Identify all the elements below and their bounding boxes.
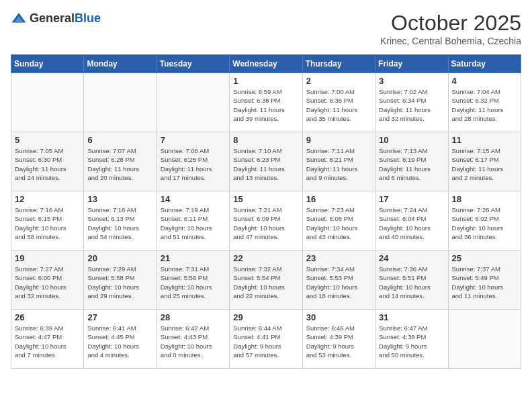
- title-section: October 2025 Krinec, Central Bohemia, Cz…: [380, 11, 521, 46]
- logo: GeneralBlue: [11, 11, 101, 27]
- week-row-3: 12Sunrise: 7:16 AM Sunset: 6:15 PM Dayli…: [11, 191, 521, 250]
- day-info: Sunrise: 7:00 AM Sunset: 6:36 PM Dayligh…: [306, 87, 371, 123]
- day-info: Sunrise: 7:11 AM Sunset: 6:21 PM Dayligh…: [306, 146, 371, 182]
- calendar-cell: 14Sunrise: 7:19 AM Sunset: 6:11 PM Dayli…: [157, 191, 229, 250]
- calendar-cell: 20Sunrise: 7:29 AM Sunset: 5:58 PM Dayli…: [84, 250, 157, 310]
- weekday-header-tuesday: Tuesday: [157, 55, 229, 73]
- day-info: Sunrise: 7:07 AM Sunset: 6:28 PM Dayligh…: [87, 146, 152, 182]
- weekday-header-saturday: Saturday: [448, 55, 521, 73]
- day-info: Sunrise: 7:31 AM Sunset: 5:56 PM Dayligh…: [161, 265, 226, 300]
- day-number: 15: [233, 194, 298, 204]
- calendar-cell: 1Sunrise: 6:59 AM Sunset: 6:38 PM Daylig…: [230, 73, 302, 132]
- calendar-cell: 9Sunrise: 7:11 AM Sunset: 6:21 PM Daylig…: [302, 132, 375, 191]
- calendar-cell: 27Sunrise: 6:41 AM Sunset: 4:45 PM Dayli…: [84, 310, 157, 369]
- day-info: Sunrise: 7:08 AM Sunset: 6:25 PM Dayligh…: [161, 146, 226, 182]
- calendar-cell: 13Sunrise: 7:18 AM Sunset: 6:13 PM Dayli…: [84, 191, 157, 250]
- calendar-cell: 25Sunrise: 7:37 AM Sunset: 5:49 PM Dayli…: [448, 250, 521, 310]
- calendar-cell: [11, 73, 84, 132]
- day-info: Sunrise: 6:59 AM Sunset: 6:38 PM Dayligh…: [233, 87, 298, 123]
- calendar-cell: 2Sunrise: 7:00 AM Sunset: 6:36 PM Daylig…: [302, 73, 375, 132]
- location-subtitle: Krinec, Central Bohemia, Czechia: [380, 36, 521, 46]
- day-number: 10: [379, 135, 444, 145]
- day-number: 6: [87, 135, 152, 145]
- day-number: 18: [452, 194, 517, 204]
- week-row-5: 26Sunrise: 6:39 AM Sunset: 4:47 PM Dayli…: [11, 310, 521, 369]
- calendar-cell: 12Sunrise: 7:16 AM Sunset: 6:15 PM Dayli…: [11, 191, 84, 250]
- day-number: 27: [87, 312, 152, 322]
- month-title: October 2025: [380, 11, 521, 36]
- day-info: Sunrise: 7:34 AM Sunset: 5:53 PM Dayligh…: [306, 265, 371, 300]
- day-info: Sunrise: 7:29 AM Sunset: 5:58 PM Dayligh…: [87, 265, 152, 300]
- calendar-cell: 24Sunrise: 7:36 AM Sunset: 5:51 PM Dayli…: [375, 250, 448, 310]
- calendar-cell: 23Sunrise: 7:34 AM Sunset: 5:53 PM Dayli…: [302, 250, 375, 310]
- day-number: 14: [161, 194, 226, 204]
- day-info: Sunrise: 7:18 AM Sunset: 6:13 PM Dayligh…: [87, 205, 152, 241]
- day-info: Sunrise: 7:13 AM Sunset: 6:19 PM Dayligh…: [379, 146, 444, 182]
- calendar-cell: 6Sunrise: 7:07 AM Sunset: 6:28 PM Daylig…: [84, 132, 157, 191]
- logo-icon: [11, 11, 27, 27]
- day-number: 29: [233, 312, 298, 322]
- day-info: Sunrise: 7:36 AM Sunset: 5:51 PM Dayligh…: [379, 265, 444, 300]
- weekday-header-friday: Friday: [375, 55, 448, 73]
- weekday-header-wednesday: Wednesday: [230, 55, 302, 73]
- day-number: 30: [306, 312, 371, 322]
- day-info: Sunrise: 7:32 AM Sunset: 5:54 PM Dayligh…: [233, 265, 298, 300]
- calendar-cell: 31Sunrise: 6:47 AM Sunset: 4:38 PM Dayli…: [375, 310, 448, 369]
- day-info: Sunrise: 7:23 AM Sunset: 6:06 PM Dayligh…: [306, 205, 371, 241]
- day-number: 8: [233, 135, 298, 145]
- calendar-cell: 3Sunrise: 7:02 AM Sunset: 6:34 PM Daylig…: [375, 73, 448, 132]
- day-info: Sunrise: 7:26 AM Sunset: 6:02 PM Dayligh…: [452, 205, 517, 241]
- calendar-cell: [157, 73, 229, 132]
- calendar-cell: [84, 73, 157, 132]
- day-info: Sunrise: 7:24 AM Sunset: 6:04 PM Dayligh…: [379, 205, 444, 241]
- day-info: Sunrise: 6:39 AM Sunset: 4:47 PM Dayligh…: [15, 324, 80, 359]
- day-number: 2: [306, 76, 371, 86]
- calendar-cell: 28Sunrise: 6:42 AM Sunset: 4:43 PM Dayli…: [157, 310, 229, 369]
- calendar-cell: 17Sunrise: 7:24 AM Sunset: 6:04 PM Dayli…: [375, 191, 448, 250]
- day-info: Sunrise: 6:44 AM Sunset: 4:41 PM Dayligh…: [233, 324, 298, 359]
- day-info: Sunrise: 7:27 AM Sunset: 6:00 PM Dayligh…: [15, 265, 80, 300]
- day-number: 16: [306, 194, 371, 204]
- calendar-cell: 18Sunrise: 7:26 AM Sunset: 6:02 PM Dayli…: [448, 191, 521, 250]
- page-header: GeneralBlue October 2025 Krinec, Central…: [11, 11, 521, 46]
- calendar-cell: 4Sunrise: 7:04 AM Sunset: 6:32 PM Daylig…: [448, 73, 521, 132]
- weekday-header-row: SundayMondayTuesdayWednesdayThursdayFrid…: [11, 55, 521, 73]
- week-row-2: 5Sunrise: 7:05 AM Sunset: 6:30 PM Daylig…: [11, 132, 521, 191]
- day-number: 12: [15, 194, 80, 204]
- calendar-cell: 19Sunrise: 7:27 AM Sunset: 6:00 PM Dayli…: [11, 250, 84, 310]
- day-number: 25: [452, 253, 517, 263]
- day-info: Sunrise: 7:19 AM Sunset: 6:11 PM Dayligh…: [161, 205, 226, 241]
- day-info: Sunrise: 7:21 AM Sunset: 6:09 PM Dayligh…: [233, 205, 298, 241]
- day-number: 23: [306, 253, 371, 263]
- day-info: Sunrise: 7:05 AM Sunset: 6:30 PM Dayligh…: [15, 146, 80, 182]
- calendar-cell: 22Sunrise: 7:32 AM Sunset: 5:54 PM Dayli…: [230, 250, 302, 310]
- calendar-cell: 11Sunrise: 7:15 AM Sunset: 6:17 PM Dayli…: [448, 132, 521, 191]
- day-number: 3: [379, 76, 444, 86]
- calendar-cell: 21Sunrise: 7:31 AM Sunset: 5:56 PM Dayli…: [157, 250, 229, 310]
- calendar-cell: [448, 310, 521, 369]
- day-number: 26: [15, 312, 80, 322]
- day-number: 22: [233, 253, 298, 263]
- calendar-cell: 30Sunrise: 6:46 AM Sunset: 4:39 PM Dayli…: [302, 310, 375, 369]
- calendar-cell: 10Sunrise: 7:13 AM Sunset: 6:19 PM Dayli…: [375, 132, 448, 191]
- day-number: 19: [15, 253, 80, 263]
- calendar-cell: 8Sunrise: 7:10 AM Sunset: 6:23 PM Daylig…: [230, 132, 302, 191]
- day-info: Sunrise: 6:47 AM Sunset: 4:38 PM Dayligh…: [379, 324, 444, 359]
- week-row-4: 19Sunrise: 7:27 AM Sunset: 6:00 PM Dayli…: [11, 250, 521, 310]
- day-number: 1: [233, 76, 298, 86]
- day-info: Sunrise: 7:04 AM Sunset: 6:32 PM Dayligh…: [452, 87, 517, 123]
- day-info: Sunrise: 7:37 AM Sunset: 5:49 PM Dayligh…: [452, 265, 517, 300]
- calendar-table: SundayMondayTuesdayWednesdayThursdayFrid…: [11, 54, 521, 369]
- logo-general: GeneralBlue: [30, 12, 101, 26]
- day-number: 31: [379, 312, 444, 322]
- day-info: Sunrise: 6:42 AM Sunset: 4:43 PM Dayligh…: [161, 324, 226, 359]
- day-number: 13: [87, 194, 152, 204]
- day-number: 20: [87, 253, 152, 263]
- day-info: Sunrise: 6:41 AM Sunset: 4:45 PM Dayligh…: [87, 324, 152, 359]
- day-number: 4: [452, 76, 517, 86]
- calendar-cell: 26Sunrise: 6:39 AM Sunset: 4:47 PM Dayli…: [11, 310, 84, 369]
- calendar-cell: 7Sunrise: 7:08 AM Sunset: 6:25 PM Daylig…: [157, 132, 229, 191]
- calendar-cell: 29Sunrise: 6:44 AM Sunset: 4:41 PM Dayli…: [230, 310, 302, 369]
- weekday-header-monday: Monday: [84, 55, 157, 73]
- day-number: 11: [452, 135, 517, 145]
